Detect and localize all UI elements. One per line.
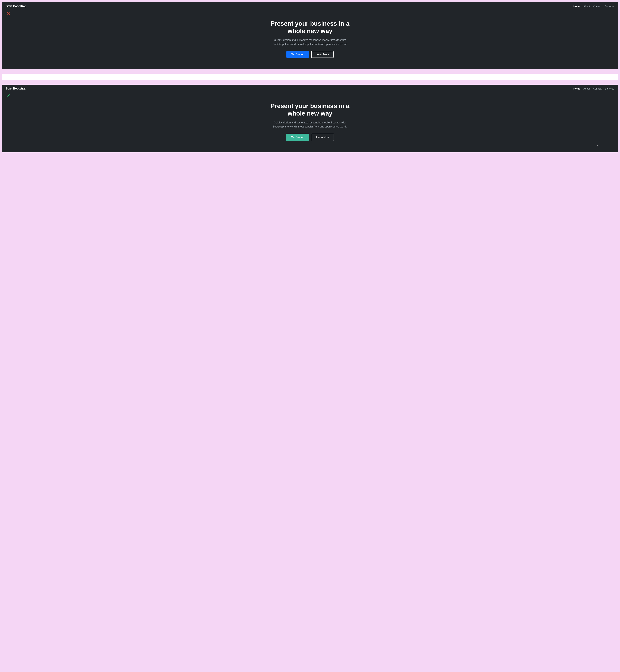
navbar-brand-2[interactable]: Start Bootstrap — [6, 87, 27, 90]
hero-heading-1: Present your business in a whole new way — [262, 20, 358, 35]
navbar-1: Start Bootstrap Home About Contact Servi… — [2, 2, 618, 10]
hero-heading-2: Present your business in a whole new way — [262, 102, 358, 117]
navbar-nav-2: Home About Contact Services — [573, 87, 614, 90]
spacer-section — [2, 74, 618, 80]
hero-buttons-1: Get Started Learn More — [5, 51, 615, 58]
nav-about-1[interactable]: About — [583, 5, 590, 8]
get-started-button-2[interactable]: Get Started — [286, 134, 309, 141]
get-started-button-1[interactable]: Get Started — [287, 51, 309, 58]
navbar-nav-1: Home About Contact Services — [573, 5, 614, 8]
nav-services-1[interactable]: Services — [605, 5, 614, 8]
nav-home-1[interactable]: Home — [573, 5, 580, 8]
fail-x-icon: ✕ — [6, 11, 10, 16]
nav-about-2[interactable]: About — [583, 87, 590, 90]
nav-services-2[interactable]: Services — [605, 87, 614, 90]
learn-more-button-1[interactable]: Learn More — [311, 51, 333, 58]
nav-contact-2[interactable]: Contact — [593, 87, 602, 90]
hero-1: Present your business in a whole new way… — [2, 10, 618, 69]
page-wrapper: Start Bootstrap Home About Contact Servi… — [0, 0, 620, 155]
navbar-brand-1[interactable]: Start Bootstrap — [6, 4, 27, 8]
hero-subtext-1: Quickly design and customize responsive … — [271, 38, 349, 46]
card-2: Start Bootstrap Home About Contact Servi… — [2, 85, 618, 152]
navbar-2: Start Bootstrap Home About Contact Servi… — [2, 85, 618, 93]
learn-more-button-2[interactable]: Learn More — [312, 134, 334, 141]
pass-checkmark-icon: ✓ — [6, 93, 10, 99]
hero-subtext-2: Quickly design and customize responsive … — [271, 121, 349, 129]
nav-home-2[interactable]: Home — [573, 87, 580, 90]
nav-contact-1[interactable]: Contact — [593, 5, 602, 8]
hero-2: Present your business in a whole new way… — [2, 93, 618, 152]
card-1: Start Bootstrap Home About Contact Servi… — [2, 2, 618, 69]
hero-buttons-2: Get Started Learn More — [5, 134, 615, 141]
